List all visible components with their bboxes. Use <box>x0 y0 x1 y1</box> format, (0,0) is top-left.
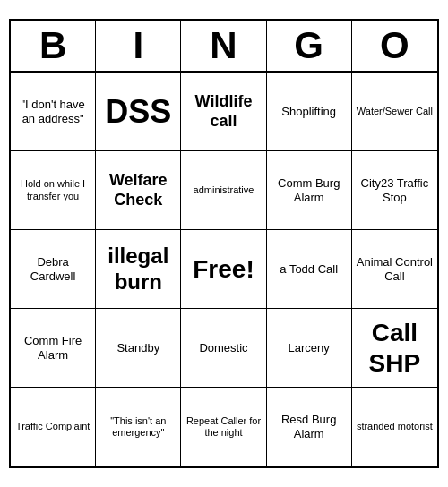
bingo-cell-5: Hold on while I transfer you <box>11 151 96 230</box>
bingo-cell-17: Domestic <box>181 309 266 388</box>
bingo-cell-18: Larceny <box>267 309 352 388</box>
bingo-cell-20: Traffic Complaint <box>11 388 96 466</box>
bingo-cell-16: Standby <box>96 309 181 388</box>
bingo-cell-15: Comm Fire Alarm <box>11 309 96 388</box>
bingo-grid: "I don't have an address"DSSWildlife cal… <box>11 73 437 466</box>
bingo-cell-11: illegal burn <box>96 230 181 309</box>
header-o: O <box>352 21 437 71</box>
bingo-cell-21: "This isn't an emergency" <box>96 388 181 466</box>
bingo-cell-6: Welfare Check <box>96 151 181 230</box>
bingo-cell-10: Debra Cardwell <box>11 230 96 309</box>
bingo-cell-19: Call SHP <box>352 309 437 388</box>
bingo-cell-7: administrative <box>181 151 266 230</box>
bingo-cell-0: "I don't have an address" <box>11 73 96 151</box>
bingo-cell-1: DSS <box>96 73 181 151</box>
bingo-cell-9: City23 Traffic Stop <box>352 151 437 230</box>
bingo-cell-22: Repeat Caller for the night <box>181 388 266 466</box>
bingo-card: B I N G O "I don't have an address"DSSWi… <box>9 19 439 468</box>
bingo-cell-12: Free! <box>181 230 266 309</box>
bingo-cell-4: Water/Sewer Call <box>352 73 437 151</box>
header-b: B <box>11 21 96 71</box>
bingo-cell-3: Shoplifting <box>267 73 352 151</box>
header-g: G <box>267 21 352 71</box>
bingo-cell-14: Animal Control Call <box>352 230 437 309</box>
bingo-cell-2: Wildlife call <box>181 73 266 151</box>
bingo-cell-13: a Todd Call <box>267 230 352 309</box>
header-n: N <box>181 21 266 71</box>
bingo-cell-23: Resd Burg Alarm <box>267 388 352 466</box>
bingo-header: B I N G O <box>11 21 437 73</box>
bingo-cell-8: Comm Burg Alarm <box>267 151 352 230</box>
header-i: I <box>96 21 181 71</box>
bingo-cell-24: stranded motorist <box>352 388 437 466</box>
